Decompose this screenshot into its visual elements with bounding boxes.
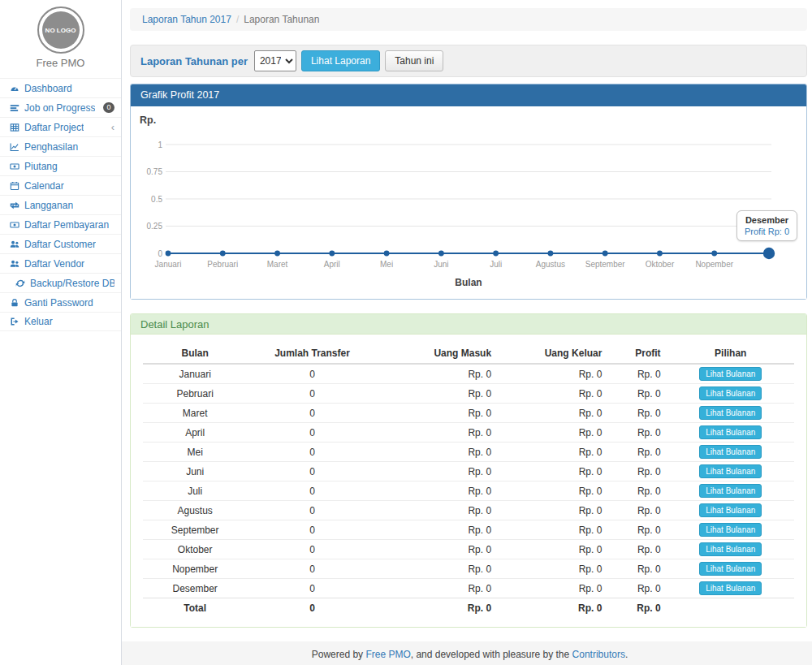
cell-bulan: Desember (143, 579, 247, 598)
view-report-button[interactable]: Lihat Laporan (301, 50, 380, 71)
chart-point-mei[interactable] (384, 251, 390, 257)
cell-pilihan: Lihat Bulanan (667, 443, 794, 462)
money-icon (9, 161, 19, 171)
chart-point-agustus[interactable] (548, 251, 554, 257)
sidebar-item-keluar[interactable]: Keluar (0, 312, 121, 331)
chart-point-juli[interactable] (493, 251, 499, 257)
chart-point-januari[interactable] (166, 251, 171, 257)
sidebar: NO LOGO Free PMO DashboardJob on Progres… (0, 0, 122, 665)
cell-uang-keluar: Rp. 0 (498, 423, 608, 443)
cell-bulan: Nopember (143, 559, 247, 579)
cell-pilihan: Lihat Bulanan (667, 520, 794, 540)
sidebar-item-piutang[interactable]: Piutang (0, 156, 121, 175)
filter-label: Laporan Tahunan per (140, 55, 248, 67)
users-icon (9, 258, 19, 269)
sidebar-item-label: Backup/Restore DB (30, 278, 114, 289)
sidebar-item-label: Daftar Pembayaran (24, 219, 109, 231)
cell-uang-keluar: Rp. 0 (498, 404, 608, 423)
table-row-september: September0Rp. 0Rp. 0Rp. 0Lihat Bulanan (143, 520, 794, 540)
column-header-uang-keluar: Uang Keluar (498, 343, 608, 364)
view-monthly-button-januari[interactable]: Lihat Bulanan (699, 367, 762, 381)
view-monthly-button-nopember[interactable]: Lihat Bulanan (699, 562, 762, 576)
svg-text:0.25: 0.25 (147, 222, 163, 231)
sidebar-item-langganan[interactable]: Langganan (0, 195, 121, 214)
cell-uang-masuk: Rp. 0 (378, 364, 498, 384)
sidebar-item-ganti-password[interactable]: Ganti Password (0, 292, 121, 312)
cell-bulan: Juni (143, 462, 247, 481)
sidebar-menu: DashboardJob on Progress0Daftar Project‹… (0, 78, 121, 331)
chart-point-desember[interactable] (763, 248, 775, 259)
sidebar-item-dashboard[interactable]: Dashboard (0, 78, 121, 97)
chart-point-juni[interactable] (438, 251, 444, 257)
cell-jumlah-transfer: 0 (247, 404, 377, 423)
svg-text:Pebruari: Pebruari (207, 260, 238, 269)
chart-point-pebruari[interactable] (220, 251, 226, 257)
view-monthly-button-oktober[interactable]: Lihat Bulanan (699, 542, 762, 556)
cell-uang-masuk: Rp. 0 (378, 540, 498, 559)
footer-link-contributors[interactable]: Contributors (572, 649, 625, 660)
total-cell-pilihan (667, 598, 794, 618)
cell-uang-keluar: Rp. 0 (498, 579, 608, 598)
cell-uang-keluar: Rp. 0 (498, 443, 608, 462)
sidebar-item-label: Daftar Vendor (24, 258, 84, 270)
chart-point-april[interactable] (329, 251, 335, 257)
view-monthly-button-september[interactable]: Lihat Bulanan (699, 523, 762, 537)
profit-chart-panel: Grafik Profit 2017 Rp.00.250.50.751Janua… (130, 84, 807, 300)
sidebar-item-label: Daftar Customer (24, 239, 96, 250)
chart-point-oktober[interactable] (657, 251, 663, 257)
view-monthly-button-maret[interactable]: Lihat Bulanan (699, 406, 762, 420)
view-monthly-button-juli[interactable]: Lihat Bulanan (699, 484, 762, 498)
count-badge: 0 (103, 102, 114, 113)
cell-profit: Rp. 0 (608, 501, 667, 520)
svg-text:Juli: Juli (490, 260, 502, 269)
sidebar-item-backup-restore-db[interactable]: Backup/Restore DB (0, 273, 121, 292)
view-monthly-button-juni[interactable]: Lihat Bulanan (699, 464, 762, 478)
table-row-maret: Maret0Rp. 0Rp. 0Rp. 0Lihat Bulanan (143, 404, 794, 423)
sidebar-item-calendar[interactable]: Calendar (0, 175, 121, 195)
sidebar-item-penghasilan[interactable]: Penghasilan (0, 136, 121, 156)
svg-text:Juni: Juni (434, 260, 448, 269)
sidebar-item-daftar-customer[interactable]: Daftar Customer (0, 234, 121, 253)
detail-report-panel: Detail Laporan BulanJumlah TransferUang … (130, 313, 807, 628)
svg-text:0: 0 (158, 249, 162, 258)
cell-uang-keluar: Rp. 0 (498, 559, 608, 579)
cell-uang-keluar: Rp. 0 (498, 384, 608, 404)
cell-jumlah-transfer: 0 (247, 481, 377, 501)
sidebar-item-daftar-pembayaran[interactable]: Daftar Pembayaran (0, 214, 121, 234)
svg-text:Nopember: Nopember (695, 260, 733, 269)
table-header-row: BulanJumlah TransferUang MasukUang Kelua… (143, 343, 794, 364)
profit-chart: Rp.00.250.50.751JanuariPebruariMaretApri… (131, 106, 806, 299)
year-select[interactable]: 2017 (254, 50, 296, 71)
cell-uang-masuk: Rp. 0 (378, 501, 498, 520)
view-monthly-button-april[interactable]: Lihat Bulanan (699, 425, 762, 439)
sidebar-item-daftar-vendor[interactable]: Daftar Vendor (0, 253, 121, 273)
chart-point-maret[interactable] (274, 251, 280, 257)
cell-pilihan: Lihat Bulanan (667, 404, 794, 423)
view-monthly-button-desember[interactable]: Lihat Bulanan (699, 581, 762, 595)
breadcrumb: Laporan Tahun 2017 / Laporan Tahunan (130, 8, 807, 31)
view-monthly-button-mei[interactable]: Lihat Bulanan (699, 445, 762, 459)
view-monthly-button-pebruari[interactable]: Lihat Bulanan (699, 386, 762, 400)
breadcrumb-link-laporan-tahun[interactable]: Laporan Tahun 2017 (142, 14, 231, 25)
view-monthly-button-agustus[interactable]: Lihat Bulanan (699, 503, 762, 517)
cell-jumlah-transfer: 0 (247, 520, 377, 540)
sidebar-item-job-on-progress[interactable]: Job on Progress0 (0, 97, 121, 117)
tasks-icon (9, 102, 19, 113)
footer-link-free-pmo[interactable]: Free PMO (365, 649, 410, 660)
line-chart-icon (9, 141, 19, 152)
main-area: Laporan Tahun 2017 / Laporan Tahunan Lap… (122, 0, 812, 665)
sidebar-item-label: Dashboard (24, 83, 72, 94)
gauge-icon (9, 83, 19, 93)
svg-text:Mei: Mei (380, 260, 393, 269)
chart-point-nopember[interactable] (711, 251, 717, 257)
cell-uang-keluar: Rp. 0 (498, 364, 608, 384)
total-cell-jumlah-transfer: 0 (247, 598, 377, 618)
brand-area: NO LOGO Free PMO (0, 0, 121, 78)
detail-panel-body: BulanJumlah TransferUang MasukUang Kelua… (131, 335, 806, 627)
chevron-left-icon: ‹ (111, 123, 114, 132)
svg-text:1: 1 (158, 140, 162, 149)
chart-point-september[interactable] (603, 251, 608, 257)
cell-bulan: Agustus (143, 501, 247, 520)
sidebar-item-daftar-project[interactable]: Daftar Project‹ (0, 117, 121, 136)
this-year-button[interactable]: Tahun ini (385, 50, 443, 71)
